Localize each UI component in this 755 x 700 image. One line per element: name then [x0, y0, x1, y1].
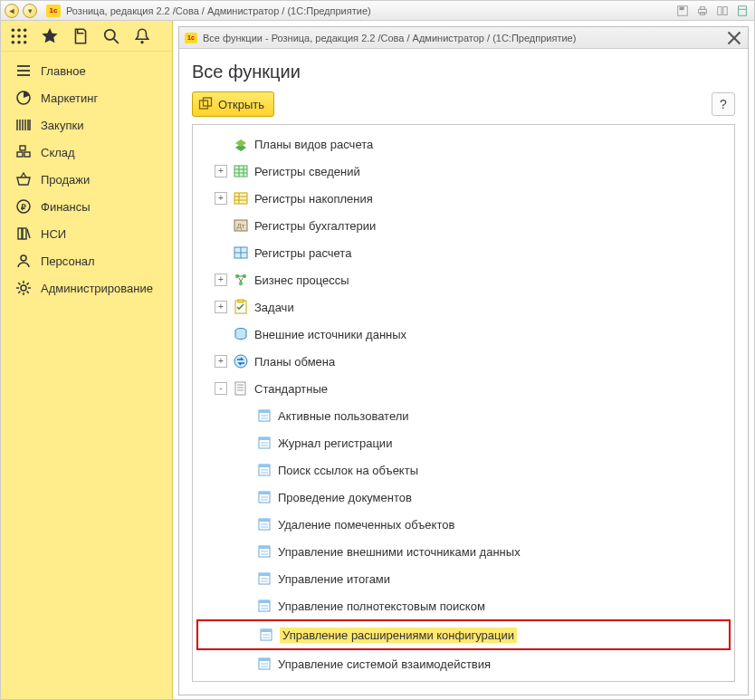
sidebar-item-main[interactable]: Главное	[1, 57, 172, 84]
history-icon[interactable]	[72, 27, 90, 45]
tree-item-label: Бизнес процессы	[254, 273, 349, 287]
sidebar: Главное Маркетинг Закупки Склад Продажи …	[1, 21, 173, 700]
open-button[interactable]: Открыть	[192, 91, 274, 117]
svg-line-45	[18, 283, 20, 284]
sidebar-list: Главное Маркетинг Закупки Склад Продажи …	[1, 52, 172, 307]
tree-item[interactable]: ДтРегистры бухгалтерии	[196, 212, 731, 239]
tree-item[interactable]: Журнал регистрации	[196, 429, 731, 456]
nav-menu-button[interactable]: ▾	[23, 4, 37, 18]
svg-line-48	[27, 283, 29, 284]
sidebar-item-sales[interactable]: Продажи	[1, 166, 172, 193]
tree-item-label: Стандартные	[254, 382, 328, 396]
svg-point-16	[17, 40, 21, 43]
svg-rect-32	[17, 152, 23, 157]
tree-item[interactable]: -Стандартные	[196, 375, 731, 402]
expander-placeholder	[238, 409, 251, 422]
help-button-label: ?	[720, 97, 727, 111]
expand-icon[interactable]: +	[215, 192, 227, 205]
expander-placeholder	[238, 657, 251, 670]
tree-item[interactable]: +Регистры сведений	[196, 158, 731, 185]
save-icon[interactable]	[674, 4, 691, 18]
svg-point-14	[24, 34, 27, 38]
expander-placeholder	[215, 328, 227, 340]
svg-rect-53	[234, 166, 247, 177]
person-icon	[15, 253, 32, 269]
expander-placeholder	[215, 219, 227, 232]
svg-point-69	[239, 282, 243, 285]
pie-icon	[15, 90, 32, 106]
tree-item[interactable]: Поиск ссылок на объекты	[196, 456, 731, 484]
dp-icon	[256, 598, 272, 614]
tree-item[interactable]: Планы видов расчета	[196, 130, 731, 158]
sidebar-item-label: Главное	[41, 64, 86, 78]
tree-item[interactable]: Управление внешними источниками данных	[196, 538, 731, 565]
tree-item[interactable]: Внешние источники данных	[196, 321, 731, 348]
collapse-icon[interactable]: -	[215, 382, 227, 395]
svg-point-11	[24, 28, 27, 32]
tree-item[interactable]: Активные пользователи	[196, 402, 731, 429]
books-icon	[15, 225, 32, 242]
open-button-label: Открыть	[218, 98, 264, 111]
svg-rect-99	[259, 546, 270, 549]
dp-icon	[256, 408, 272, 424]
bell-icon[interactable]	[133, 27, 151, 45]
book-icon: Дт	[233, 217, 249, 234]
sidebar-item-admin[interactable]: Администрирование	[1, 274, 172, 302]
tree-item[interactable]: Удаление помеченных объектов	[196, 511, 731, 538]
svg-rect-115	[259, 658, 270, 661]
sidebar-item-personnel[interactable]: Персонал	[1, 247, 172, 274]
tree-item[interactable]: +Бизнес процессы	[196, 266, 731, 293]
basket-icon	[15, 171, 32, 187]
tree-item[interactable]: Регистры расчета	[196, 239, 731, 266]
svg-point-13	[17, 34, 21, 38]
star-icon[interactable]	[41, 27, 59, 45]
ext-icon	[233, 326, 249, 342]
sidebar-item-label: Администрирование	[41, 282, 153, 295]
sidebar-item-marketing[interactable]: Маркетинг	[1, 84, 172, 111]
tree-item[interactable]: Проведение документов	[196, 484, 731, 511]
svg-rect-33	[24, 152, 30, 157]
app-title: Розница, редакция 2.2 /Сова / Администра…	[66, 5, 371, 16]
app-logo-icon: 1c	[46, 5, 61, 17]
tree-item-label: Активные пользователи	[278, 409, 409, 423]
svg-rect-111	[261, 629, 272, 632]
sidebar-item-label: Склад	[41, 146, 75, 159]
task-icon	[233, 299, 249, 315]
nav-back-button[interactable]: ◄	[5, 4, 19, 18]
expander-placeholder	[238, 436, 251, 449]
calc-icon[interactable]	[734, 4, 750, 18]
dp-icon	[256, 435, 272, 451]
svg-line-19	[114, 38, 119, 43]
apps-icon[interactable]	[10, 27, 28, 45]
expand-icon[interactable]: +	[215, 273, 227, 286]
help-button[interactable]: ?	[712, 92, 735, 116]
tree-item-label: Поиск ссылок на объекты	[278, 464, 418, 477]
svg-rect-3	[700, 6, 704, 9]
svg-point-18	[105, 29, 115, 39]
tree-item[interactable]: +Задачи	[196, 293, 731, 321]
sidebar-item-finance[interactable]: ₽ Финансы	[1, 193, 172, 220]
sidebar-item-nsi[interactable]: НСИ	[1, 220, 172, 247]
tree-item-label: Управление полнотекстовым поиском	[278, 599, 485, 613]
expand-icon[interactable]: +	[215, 165, 227, 177]
tree-view[interactable]: Планы видов расчета+Регистры сведений+Ре…	[192, 124, 735, 682]
compare-icon[interactable]	[714, 4, 731, 18]
tree-item[interactable]: Управление итогами	[196, 565, 731, 592]
svg-rect-36	[18, 228, 22, 239]
print-icon[interactable]	[694, 4, 711, 18]
expand-icon[interactable]: +	[215, 301, 227, 313]
expand-icon[interactable]: +	[215, 355, 227, 368]
tree-item[interactable]: +Регистры накопления	[196, 185, 731, 212]
tree-item[interactable]: +Планы обмена	[196, 348, 731, 375]
tree-item[interactable]: Управление полнотекстовым поиском	[196, 592, 731, 619]
tree-item[interactable]: Управление системой взаимодействия	[196, 650, 731, 677]
search-icon[interactable]	[102, 27, 120, 45]
sidebar-item-warehouse[interactable]: Склад	[1, 139, 172, 166]
close-icon[interactable]	[726, 30, 742, 46]
sidebar-item-purchases[interactable]: Закупки	[1, 111, 172, 139]
svg-point-73	[234, 355, 247, 368]
svg-point-10	[17, 28, 21, 32]
tree-item[interactable]: Управление расширениями конфигурации	[196, 619, 731, 650]
tree-item-label: Журнал регистрации	[278, 436, 392, 450]
expander-placeholder	[238, 572, 251, 585]
